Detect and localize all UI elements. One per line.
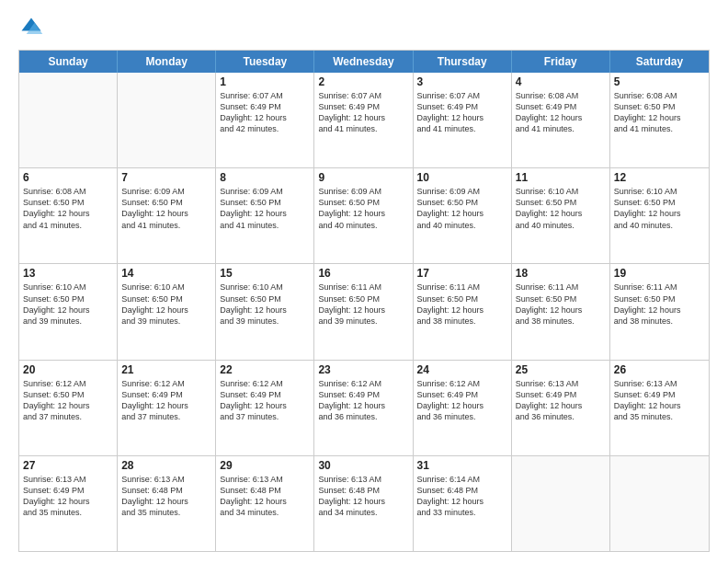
cell-info-line: Sunset: 6:50 PM [318, 197, 408, 208]
cell-info-line: Daylight: 12 hours [23, 400, 113, 411]
cell-info-line: Sunset: 6:50 PM [417, 293, 507, 304]
cell-info-line: Daylight: 12 hours [516, 112, 606, 123]
calendar-week-5: 27Sunrise: 6:13 AMSunset: 6:49 PMDayligh… [19, 456, 709, 551]
day-cell-12: 12Sunrise: 6:10 AMSunset: 6:50 PMDayligh… [610, 168, 709, 263]
cell-info-line: Sunset: 6:48 PM [318, 485, 408, 496]
day-header-sunday: Sunday [19, 51, 118, 73]
cell-info-line: Daylight: 12 hours [23, 496, 113, 507]
day-number: 31 [417, 459, 507, 472]
empty-cell [610, 456, 709, 551]
cell-info-line: and 39 minutes. [318, 316, 408, 327]
day-cell-3: 3Sunrise: 6:07 AMSunset: 6:49 PMDaylight… [414, 73, 512, 167]
cell-info-line: and 41 minutes. [220, 220, 310, 231]
day-header-wednesday: Wednesday [314, 51, 413, 73]
cell-info-line: Daylight: 12 hours [318, 304, 408, 316]
cell-info-line: and 40 minutes. [417, 220, 507, 231]
cell-info-line: Sunrise: 6:07 AM [318, 90, 408, 101]
day-number: 12 [614, 171, 705, 184]
calendar-week-3: 13Sunrise: 6:10 AMSunset: 6:50 PMDayligh… [19, 264, 709, 360]
day-cell-25: 25Sunrise: 6:13 AMSunset: 6:49 PMDayligh… [512, 361, 610, 455]
day-cell-19: 19Sunrise: 6:11 AMSunset: 6:50 PMDayligh… [610, 264, 709, 359]
cell-info-line: Sunset: 6:49 PM [516, 389, 606, 400]
day-cell-22: 22Sunrise: 6:12 AMSunset: 6:49 PMDayligh… [216, 361, 314, 455]
cell-info-line: Sunrise: 6:10 AM [614, 186, 705, 197]
cell-info-line: Daylight: 12 hours [318, 112, 408, 123]
day-number: 11 [516, 171, 606, 184]
empty-cell [512, 456, 610, 551]
cell-info-line: Daylight: 12 hours [614, 112, 705, 123]
cell-info-line: Sunrise: 6:14 AM [417, 474, 507, 485]
day-header-friday: Friday [512, 51, 610, 73]
cell-info-line: Sunset: 6:49 PM [220, 101, 310, 112]
cell-info-line: and 42 minutes. [220, 123, 310, 134]
cell-info-line: and 37 minutes. [121, 411, 211, 422]
cell-info-line: Sunset: 6:50 PM [23, 197, 113, 208]
cell-info-line: Sunrise: 6:10 AM [121, 282, 211, 293]
day-number: 4 [516, 75, 606, 88]
day-cell-31: 31Sunrise: 6:14 AMSunset: 6:48 PMDayligh… [414, 456, 512, 551]
cell-info-line: and 35 minutes. [23, 507, 113, 518]
day-number: 3 [417, 75, 507, 88]
cell-info-line: Sunrise: 6:13 AM [318, 474, 408, 485]
cell-info-line: Sunrise: 6:09 AM [121, 186, 211, 197]
day-cell-18: 18Sunrise: 6:11 AMSunset: 6:50 PMDayligh… [512, 264, 610, 359]
day-cell-11: 11Sunrise: 6:10 AMSunset: 6:50 PMDayligh… [512, 168, 610, 263]
day-cell-24: 24Sunrise: 6:12 AMSunset: 6:49 PMDayligh… [414, 361, 512, 455]
day-number: 19 [614, 267, 705, 280]
cell-info-line: and 36 minutes. [318, 411, 408, 422]
cell-info-line: Sunset: 6:48 PM [121, 485, 211, 496]
day-cell-2: 2Sunrise: 6:07 AMSunset: 6:49 PMDaylight… [314, 73, 413, 167]
cell-info-line: Sunset: 6:49 PM [318, 389, 408, 400]
cell-info-line: Sunrise: 6:10 AM [220, 282, 310, 293]
cell-info-line: Sunrise: 6:09 AM [417, 186, 507, 197]
day-cell-10: 10Sunrise: 6:09 AMSunset: 6:50 PMDayligh… [414, 168, 512, 263]
day-header-monday: Monday [118, 51, 216, 73]
cell-info-line: Daylight: 12 hours [318, 496, 408, 507]
cell-info-line: Daylight: 12 hours [220, 208, 310, 219]
day-cell-9: 9Sunrise: 6:09 AMSunset: 6:50 PMDaylight… [314, 168, 413, 263]
cell-info-line: Daylight: 12 hours [614, 400, 705, 411]
day-cell-4: 4Sunrise: 6:08 AMSunset: 6:49 PMDaylight… [512, 73, 610, 167]
cell-info-line: Sunrise: 6:09 AM [220, 186, 310, 197]
day-cell-13: 13Sunrise: 6:10 AMSunset: 6:50 PMDayligh… [19, 264, 118, 359]
day-cell-29: 29Sunrise: 6:13 AMSunset: 6:48 PMDayligh… [216, 456, 314, 551]
day-cell-5: 5Sunrise: 6:08 AMSunset: 6:50 PMDaylight… [610, 73, 709, 167]
cell-info-line: Sunrise: 6:08 AM [23, 186, 113, 197]
day-number: 29 [220, 459, 310, 472]
cell-info-line: Sunrise: 6:10 AM [23, 282, 113, 293]
cell-info-line: Sunrise: 6:13 AM [220, 474, 310, 485]
cell-info-line: Daylight: 12 hours [417, 112, 507, 123]
cell-info-line: and 35 minutes. [121, 507, 211, 518]
empty-cell [19, 73, 118, 167]
calendar-body: 1Sunrise: 6:07 AMSunset: 6:49 PMDaylight… [19, 73, 709, 551]
cell-info-line: and 40 minutes. [614, 220, 705, 231]
day-number: 10 [417, 171, 507, 184]
calendar: SundayMondayTuesdayWednesdayThursdayFrid… [18, 50, 710, 552]
day-number: 6 [23, 171, 113, 184]
day-cell-21: 21Sunrise: 6:12 AMSunset: 6:49 PMDayligh… [118, 361, 216, 455]
cell-info-line: Sunrise: 6:08 AM [614, 90, 705, 101]
day-cell-23: 23Sunrise: 6:12 AMSunset: 6:49 PMDayligh… [314, 361, 413, 455]
cell-info-line: and 33 minutes. [417, 507, 507, 518]
cell-info-line: Sunset: 6:50 PM [220, 293, 310, 304]
cell-info-line: Daylight: 12 hours [417, 400, 507, 411]
cell-info-line: Sunrise: 6:12 AM [318, 378, 408, 389]
day-cell-6: 6Sunrise: 6:08 AMSunset: 6:50 PMDaylight… [19, 168, 118, 263]
cell-info-line: Sunset: 6:50 PM [614, 197, 705, 208]
cell-info-line: Sunset: 6:49 PM [614, 389, 705, 400]
calendar-header-row: SundayMondayTuesdayWednesdayThursdayFrid… [19, 51, 709, 73]
cell-info-line: Sunrise: 6:12 AM [121, 378, 211, 389]
cell-info-line: Sunset: 6:50 PM [121, 293, 211, 304]
day-cell-28: 28Sunrise: 6:13 AMSunset: 6:48 PMDayligh… [118, 456, 216, 551]
calendar-week-1: 1Sunrise: 6:07 AMSunset: 6:49 PMDaylight… [19, 73, 709, 168]
cell-info-line: Sunrise: 6:13 AM [23, 474, 113, 485]
cell-info-line: Daylight: 12 hours [614, 304, 705, 316]
calendar-week-2: 6Sunrise: 6:08 AMSunset: 6:50 PMDaylight… [19, 168, 709, 264]
cell-info-line: Sunrise: 6:11 AM [417, 282, 507, 293]
cell-info-line: Sunset: 6:49 PM [121, 389, 211, 400]
cell-info-line: Sunset: 6:49 PM [516, 101, 606, 112]
cell-info-line: Sunrise: 6:13 AM [121, 474, 211, 485]
cell-info-line: and 34 minutes. [220, 507, 310, 518]
cell-info-line: Sunset: 6:49 PM [318, 101, 408, 112]
cell-info-line: and 36 minutes. [516, 411, 606, 422]
